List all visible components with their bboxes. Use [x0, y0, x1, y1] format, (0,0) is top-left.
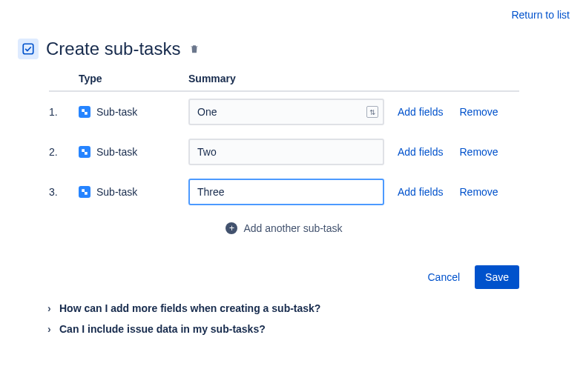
delete-icon[interactable] [189, 44, 200, 54]
remove-link[interactable]: Remove [459, 186, 498, 198]
issue-type[interactable]: Sub-task [79, 146, 188, 158]
page-header-icon [18, 39, 39, 59]
table-row: 1.Sub-task⇅Add fieldsRemove [49, 92, 519, 132]
issue-type-label: Sub-task [96, 106, 137, 118]
add-fields-link[interactable]: Add fields [398, 146, 443, 158]
table-row: 3.Sub-taskAdd fieldsRemove [49, 172, 519, 212]
summary-input[interactable] [188, 139, 384, 165]
page-title: Create sub-tasks [46, 39, 180, 59]
faq-question: How can I add more fields when creating … [59, 302, 320, 314]
remove-link[interactable]: Remove [459, 106, 498, 118]
issue-type[interactable]: Sub-task [79, 106, 188, 118]
svg-rect-6 [85, 192, 88, 195]
return-to-list-link[interactable]: Return to list [511, 9, 570, 21]
issue-type[interactable]: Sub-task [79, 186, 188, 198]
row-number: 1. [49, 106, 79, 118]
subtask-icon [79, 186, 90, 198]
summary-input[interactable] [188, 99, 384, 125]
column-header-type: Type [79, 73, 188, 84]
smart-value-icon[interactable]: ⇅ [366, 106, 378, 118]
save-button[interactable]: Save [475, 265, 519, 289]
svg-rect-4 [85, 152, 88, 155]
faq-item[interactable]: ›How can I add more fields when creating… [47, 298, 320, 319]
faq-item[interactable]: ›Can I include issue data in my sub-task… [47, 319, 320, 339]
row-number: 3. [49, 186, 79, 198]
add-fields-link[interactable]: Add fields [398, 106, 443, 118]
svg-rect-3 [82, 149, 85, 152]
add-another-label: Add another sub-task [243, 222, 342, 234]
table-header: Type Summary [49, 73, 519, 92]
chevron-right-icon: › [47, 323, 55, 335]
column-header-summary: Summary [188, 73, 236, 84]
add-another-subtask[interactable]: + Add another sub-task [49, 222, 519, 234]
faq-question: Can I include issue data in my sub-tasks… [59, 323, 266, 335]
svg-rect-5 [82, 189, 85, 192]
svg-rect-2 [85, 112, 88, 115]
row-number: 2. [49, 146, 79, 158]
plus-icon: + [225, 222, 237, 234]
summary-input[interactable] [188, 179, 384, 205]
subtask-icon [79, 146, 90, 158]
chevron-right-icon: › [47, 302, 55, 314]
svg-rect-1 [82, 109, 85, 112]
remove-link[interactable]: Remove [459, 146, 498, 158]
svg-rect-0 [23, 44, 33, 54]
add-fields-link[interactable]: Add fields [398, 186, 443, 198]
cancel-button[interactable]: Cancel [421, 265, 466, 289]
table-row: 2.Sub-taskAdd fieldsRemove [49, 132, 519, 172]
issue-type-label: Sub-task [96, 186, 137, 198]
subtask-icon [79, 106, 90, 118]
issue-type-label: Sub-task [96, 146, 137, 158]
